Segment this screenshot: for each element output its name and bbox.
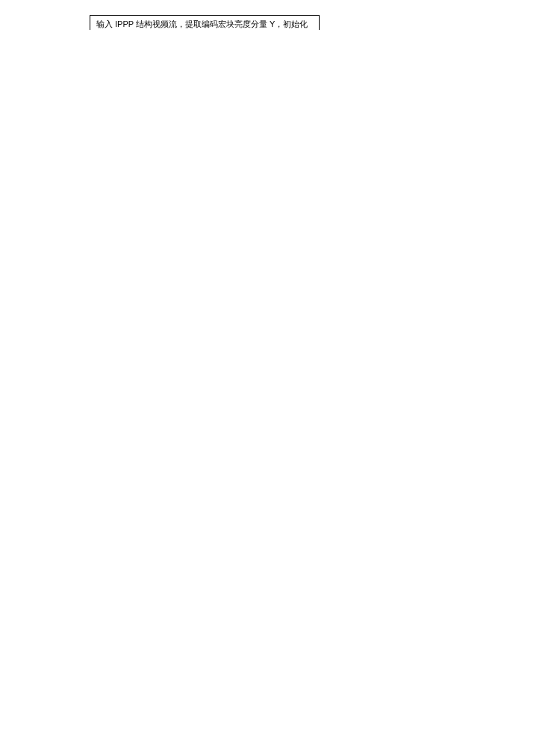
step-input: 输入 IPPP 结构视频流，提取编码宏块亮度分量 Y，初始化参数 L= 100，… <box>90 15 320 30</box>
